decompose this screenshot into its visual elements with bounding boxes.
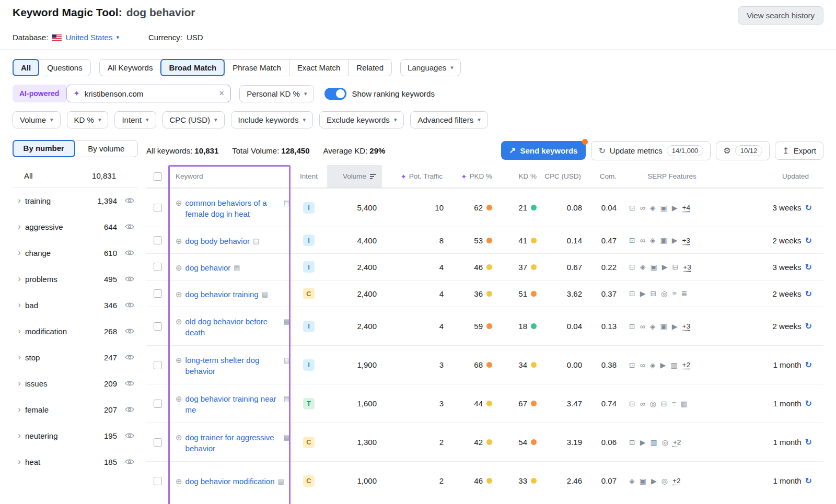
sidebar-group-item[interactable]: › bad 346: [13, 292, 138, 318]
serp-preview-icon[interactable]: ▤: [284, 316, 290, 327]
tab-phrase-match[interactable]: Phrase Match: [224, 60, 289, 76]
serp-preview-icon[interactable]: ▤: [284, 393, 290, 404]
keyword-link[interactable]: dog behavior modification: [185, 476, 275, 487]
refresh-icon[interactable]: ↻: [805, 476, 812, 486]
keyword-link[interactable]: long-term shelter dog behavior: [185, 355, 281, 377]
column-header-pkd[interactable]: ✦PKD %: [449, 165, 498, 187]
add-keyword-icon[interactable]: ⊕: [176, 476, 182, 487]
sidebar-group-item[interactable]: › female 207: [13, 396, 138, 423]
eye-icon[interactable]: [123, 406, 136, 413]
database-selector[interactable]: United States ▾: [52, 33, 119, 42]
column-header-volume[interactable]: Volume: [327, 165, 382, 187]
keyword-link[interactable]: dog behavior: [185, 262, 231, 273]
personal-kd-dropdown[interactable]: Personal KD % ▾: [239, 85, 314, 102]
tab-by-volume[interactable]: By volume: [75, 140, 138, 157]
intent-filter[interactable]: Intent▾: [114, 111, 156, 128]
include-keywords-filter[interactable]: Include keywords▾: [231, 111, 313, 128]
eye-icon[interactable]: [123, 459, 136, 465]
group-all-row[interactable]: All 10,831: [13, 165, 138, 187]
serp-more-link[interactable]: +3: [682, 322, 690, 330]
add-keyword-icon[interactable]: ⊕: [176, 236, 182, 247]
row-checkbox[interactable]: [154, 263, 162, 271]
languages-dropdown[interactable]: Languages ▾: [400, 59, 461, 76]
update-metrics-button[interactable]: ↻ Update metrics 14/1,000: [591, 141, 711, 160]
tab-broad-match[interactable]: Broad Match: [160, 59, 225, 76]
serp-preview-icon[interactable]: ▤: [284, 432, 290, 443]
add-keyword-icon[interactable]: ⊕: [176, 355, 182, 366]
row-checkbox[interactable]: [154, 477, 162, 485]
tab-questions[interactable]: Questions: [39, 60, 90, 76]
export-button[interactable]: ↥ Export: [775, 142, 823, 160]
refresh-icon[interactable]: ↻: [805, 203, 812, 213]
serp-more-link[interactable]: +3: [682, 237, 690, 244]
row-checkbox[interactable]: [154, 400, 162, 408]
refresh-icon[interactable]: ↻: [805, 262, 812, 272]
refresh-icon[interactable]: ↻: [805, 321, 812, 331]
eye-icon[interactable]: [123, 432, 136, 439]
row-checkbox[interactable]: [154, 289, 162, 298]
volume-filter[interactable]: Volume▾: [13, 111, 61, 128]
keyword-link[interactable]: common behaviors of a female dog in heat: [185, 197, 281, 219]
eye-icon[interactable]: [123, 380, 136, 386]
serp-more-link[interactable]: +2: [672, 477, 680, 485]
row-checkbox[interactable]: [154, 322, 162, 331]
serp-more-link[interactable]: +2: [673, 438, 681, 446]
add-keyword-icon[interactable]: ⊕: [176, 197, 182, 208]
sidebar-group-item[interactable]: › aggressive 644: [13, 214, 138, 240]
column-header-cpc[interactable]: CPC (USD): [543, 165, 587, 187]
sidebar-group-item[interactable]: › problems 495: [13, 266, 138, 292]
column-header-pot-traffic[interactable]: ✦Pot. Traffic: [382, 165, 449, 187]
sidebar-group-item[interactable]: › heat 185: [13, 449, 138, 475]
domain-input[interactable]: ✦ kristibenson.com ×: [66, 85, 231, 102]
view-search-history-button[interactable]: View search history: [738, 6, 823, 25]
add-keyword-icon[interactable]: ⊕: [176, 316, 182, 327]
show-ranking-keywords-toggle[interactable]: [324, 88, 346, 100]
sidebar-group-item[interactable]: › training 1,394: [13, 187, 138, 214]
add-keyword-icon[interactable]: ⊕: [176, 393, 182, 404]
sidebar-group-item[interactable]: › neutering 195: [13, 423, 138, 449]
tab-all-keywords[interactable]: All Keywords: [100, 60, 161, 76]
row-checkbox[interactable]: [154, 438, 162, 447]
tab-related[interactable]: Related: [348, 60, 391, 76]
serp-more-link[interactable]: +4: [682, 204, 690, 212]
refresh-icon[interactable]: ↻: [805, 236, 812, 245]
sidebar-group-item[interactable]: › modification 268: [13, 318, 138, 344]
keyword-link[interactable]: old dog behavior before death: [185, 316, 281, 338]
kd-filter[interactable]: KD %▾: [67, 111, 109, 128]
advanced-filters[interactable]: Advanced filters▾: [410, 111, 487, 128]
keyword-link[interactable]: dog behavior training: [185, 289, 259, 300]
row-checkbox[interactable]: [154, 204, 162, 212]
add-keyword-icon[interactable]: ⊕: [176, 432, 182, 443]
send-keywords-button[interactable]: ↗ Send keywords: [501, 141, 586, 160]
add-keyword-icon[interactable]: ⊕: [176, 289, 182, 300]
select-all-checkbox[interactable]: [154, 172, 162, 181]
refresh-icon[interactable]: ↻: [805, 398, 812, 408]
row-checkbox[interactable]: [154, 236, 162, 244]
sidebar-group-item[interactable]: › issues 209: [13, 370, 138, 396]
add-keyword-icon[interactable]: ⊕: [176, 262, 182, 273]
serp-preview-icon[interactable]: ▤: [234, 262, 240, 273]
refresh-icon[interactable]: ↻: [805, 360, 812, 370]
eye-icon[interactable]: [123, 328, 136, 334]
column-header-com[interactable]: Com.: [587, 165, 620, 187]
eye-icon[interactable]: [123, 197, 136, 204]
keyword-link[interactable]: dog body behavior: [185, 236, 250, 247]
serp-more-link[interactable]: +2: [682, 361, 690, 369]
eye-icon[interactable]: [123, 354, 136, 360]
sidebar-group-item[interactable]: › stop 247: [13, 344, 138, 370]
serp-preview-icon[interactable]: ▤: [262, 289, 268, 300]
eye-icon[interactable]: [123, 250, 136, 256]
eye-icon[interactable]: [123, 224, 136, 230]
keyword-link[interactable]: dog behavior training near me: [185, 393, 281, 415]
tab-all[interactable]: All: [13, 59, 39, 76]
clear-input-icon[interactable]: ×: [219, 88, 224, 99]
serp-preview-icon[interactable]: ▤: [253, 236, 259, 247]
serp-preview-icon[interactable]: ▤: [278, 476, 284, 487]
row-checkbox[interactable]: [154, 361, 162, 369]
eye-icon[interactable]: [123, 276, 136, 282]
tab-by-number[interactable]: By number: [13, 140, 75, 157]
settings-button[interactable]: ⚙ 10/12: [716, 141, 770, 160]
refresh-icon[interactable]: ↻: [805, 437, 812, 447]
sidebar-group-item[interactable]: › change 610: [13, 240, 138, 266]
keyword-link[interactable]: dog trainer for aggressive behavior: [185, 432, 281, 454]
